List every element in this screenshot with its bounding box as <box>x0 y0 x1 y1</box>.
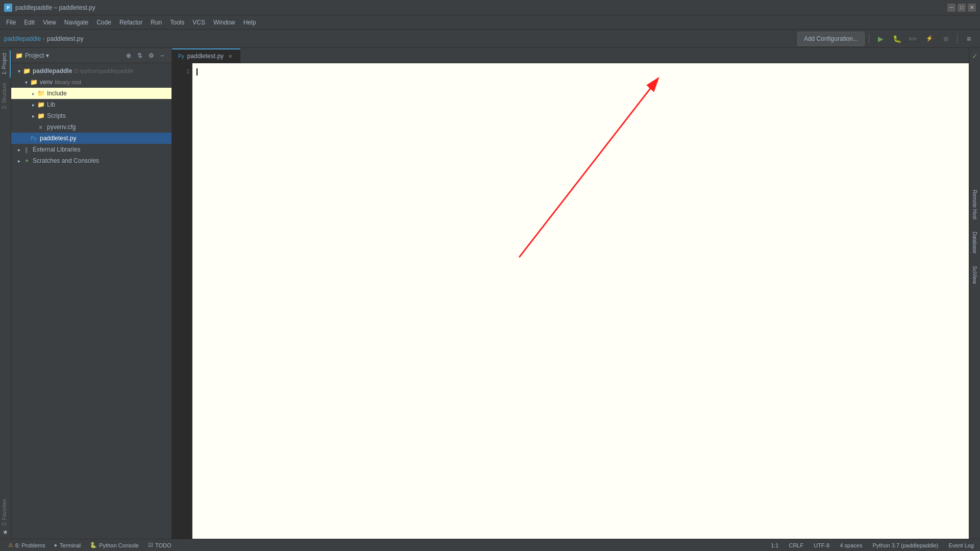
python-console-label: Python Console <box>99 542 139 548</box>
title-bar: P paddlepaddle – paddletest.py ─ □ ✕ <box>0 0 980 15</box>
scripts-arrow: ▸ <box>30 112 37 119</box>
todo-icon: ☑ <box>148 542 153 548</box>
left-sidebar-tabs: 1: Project 2: Structure 2: Favorites ★ <box>0 48 11 539</box>
more-button[interactable]: ≡ <box>962 32 976 46</box>
code-editor: 1 <box>172 63 969 539</box>
venv-label: venv <box>40 79 53 86</box>
tree-scripts[interactable]: ▸ 📁 Scripts <box>11 110 172 121</box>
status-event-log[interactable]: Event Log <box>946 541 976 549</box>
profile-button[interactable]: ⚡ <box>922 32 937 46</box>
terminal-label: Terminal <box>60 542 81 548</box>
menu-refactor[interactable]: Refactor <box>115 17 146 28</box>
tree-lib[interactable]: ▸ 📁 Lib <box>11 99 172 110</box>
stop-button[interactable]: ⏹ <box>939 32 953 46</box>
file-tree: ▾ 📁 paddlepaddle D:\python\paddlepaddle … <box>11 63 172 539</box>
include-label: Include <box>47 90 67 97</box>
scratches-arrow: ▸ <box>15 157 22 164</box>
menu-file[interactable]: File <box>2 17 20 28</box>
status-indent[interactable]: 4 spaces <box>838 541 864 549</box>
status-tab-python-console[interactable]: 🐍 Python Console <box>86 541 143 549</box>
panel-settings-button[interactable]: ⚙ <box>146 51 156 61</box>
venv-folder-icon: 📁 <box>30 78 38 86</box>
status-interpreter[interactable]: Python 3.7 (paddlepaddle) <box>870 541 940 549</box>
lib-folder-icon: 📁 <box>37 101 45 109</box>
ext-libs-label: External Libraries <box>33 146 80 153</box>
tree-include[interactable]: ▸ 📁 Include <box>11 88 172 99</box>
problems-icon: ⚠ <box>8 542 13 548</box>
editor-tab-paddletest[interactable]: Py paddletest.py ✕ <box>172 48 240 63</box>
line-numbers: 1 <box>172 63 192 539</box>
tree-pyvenv[interactable]: ≡ pyvenv.cfg <box>11 121 172 133</box>
tree-external-libs[interactable]: ▸ ‖ External Libraries <box>11 144 172 155</box>
close-button[interactable]: ✕ <box>968 4 976 12</box>
root-folder-icon: 📁 <box>22 67 31 75</box>
maximize-button[interactable]: □ <box>958 4 966 12</box>
scratches-label: Scratches and Consoles <box>33 157 99 164</box>
right-tab-sciview[interactable]: SciView <box>971 262 978 288</box>
menu-edit[interactable]: Edit <box>20 17 39 28</box>
coverage-button[interactable]: ▶▶ <box>906 32 920 46</box>
tree-venv[interactable]: ▾ 📁 venv library root <box>11 77 172 88</box>
app-icon: P <box>4 4 12 12</box>
breadcrumb-project[interactable]: paddlepaddle <box>4 35 41 42</box>
favorites-star-icon[interactable]: ★ <box>3 529 8 536</box>
toolbar-row: paddlepaddle › paddletest.py Add Configu… <box>0 30 980 48</box>
right-tab-remote-host[interactable]: Remote Host <box>971 186 978 223</box>
tab-close-button[interactable]: ✕ <box>227 53 234 60</box>
status-tab-todo[interactable]: ☑ TODO <box>144 541 176 549</box>
project-panel: 📁 Project ▾ ⊕ ⇅ ⚙ – ▾ 📁 paddlepaddle D:\… <box>11 48 172 539</box>
problems-label: 6: Problems <box>15 542 45 548</box>
include-arrow: ▸ <box>30 90 37 97</box>
right-sidebar: ✓ Remote Host Database SciView <box>969 48 980 539</box>
editor-area: Py paddletest.py ✕ 1 <box>172 48 969 539</box>
menu-code[interactable]: Code <box>92 17 115 28</box>
menu-tools[interactable]: Tools <box>166 17 188 28</box>
sidebar-tab-favorites[interactable]: 2: Favorites <box>1 496 11 529</box>
toolbar-separator-2 <box>957 34 958 44</box>
terminal-icon: ▸ <box>55 542 58 548</box>
status-tab-terminal[interactable]: ▸ Terminal <box>51 541 85 549</box>
todo-label: TODO <box>155 542 172 548</box>
debug-button[interactable]: 🐛 <box>890 32 904 46</box>
title-bar-title: paddlepaddle – paddletest.py <box>15 4 95 11</box>
menu-view[interactable]: View <box>39 17 60 28</box>
status-position[interactable]: 1:1 <box>769 541 780 549</box>
status-bar-left: ⚠ 6: Problems ▸ Terminal 🐍 Python Consol… <box>4 541 176 549</box>
status-encoding[interactable]: UTF-8 <box>812 541 831 549</box>
sidebar-tab-structure[interactable]: 2: Structure <box>1 80 11 112</box>
run-button[interactable]: ▶ <box>873 32 888 46</box>
tree-scratches[interactable]: ▸ ✦ Scratches and Consoles <box>11 155 172 166</box>
breadcrumb-file: paddletest.py <box>47 35 83 42</box>
lib-label: Lib <box>47 101 55 108</box>
tree-paddletest[interactable]: Py paddletest.py <box>11 133 172 144</box>
menu-vcs[interactable]: VCS <box>188 17 209 28</box>
paddletest-label: paddletest.py <box>40 135 76 142</box>
title-bar-left: P paddlepaddle – paddletest.py <box>4 4 95 12</box>
sidebar-tab-project[interactable]: 1: Project <box>1 50 11 78</box>
minimize-button[interactable]: ─ <box>947 4 955 12</box>
status-tab-problems[interactable]: ⚠ 6: Problems <box>4 541 50 549</box>
cfg-icon: ≡ <box>37 123 45 131</box>
tree-root[interactable]: ▾ 📁 paddlepaddle D:\python\paddlepaddle <box>11 65 172 77</box>
status-bar: ⚠ 6: Problems ▸ Terminal 🐍 Python Consol… <box>0 539 980 551</box>
menu-navigate[interactable]: Navigate <box>60 17 92 28</box>
pyvenv-label: pyvenv.cfg <box>47 123 76 131</box>
add-configuration-button[interactable]: Add Configuration... <box>797 32 865 46</box>
panel-minimize-button[interactable]: – <box>157 51 167 61</box>
scratches-icon: ✦ <box>22 157 31 165</box>
main-content: 1: Project 2: Structure 2: Favorites ★ 📁… <box>0 48 980 539</box>
menu-help[interactable]: Help <box>239 17 260 28</box>
folder-icon: 📁 <box>15 52 23 59</box>
tab-py-icon: Py <box>178 54 184 59</box>
code-content[interactable] <box>192 63 969 539</box>
breadcrumb-sep: › <box>43 35 45 42</box>
menu-window[interactable]: Window <box>209 17 239 28</box>
right-tab-database[interactable]: Database <box>971 228 978 258</box>
root-label: paddlepaddle <box>33 67 72 74</box>
panel-add-button[interactable]: ⊕ <box>124 51 134 61</box>
status-line-endings[interactable]: CRLF <box>787 541 805 549</box>
panel-scroll-button[interactable]: ⇅ <box>135 51 145 61</box>
menu-run[interactable]: Run <box>146 17 166 28</box>
toolbar-separator <box>869 34 869 44</box>
scripts-folder-icon: 📁 <box>37 112 45 120</box>
